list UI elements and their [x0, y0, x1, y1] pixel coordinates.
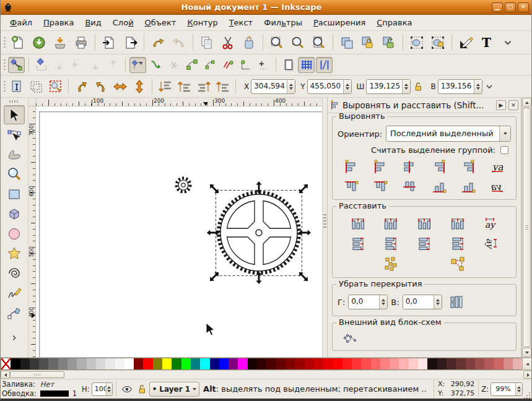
overlap-v-field[interactable]: 0,0 — [403, 295, 442, 309]
toolbar-overflow-chevron-icon[interactable] — [483, 78, 495, 95]
align-left-edges-button[interactable] — [369, 158, 391, 176]
palette-swatch[interactable] — [20, 358, 30, 369]
scroll-down-button[interactable] — [522, 348, 531, 357]
horizontal-scrollbar-track[interactable] — [10, 371, 523, 379]
palette-swatch[interactable] — [219, 358, 229, 369]
zoom-selection-button[interactable] — [267, 33, 287, 52]
snap-object-midpoints-button[interactable] — [219, 57, 236, 73]
palette-swatch[interactable] — [30, 358, 39, 369]
distribute-bottom-edges-button[interactable] — [413, 235, 435, 252]
window-resize-grip[interactable] — [524, 391, 531, 399]
palette-swatch[interactable] — [181, 358, 191, 369]
palette-swatch[interactable] — [371, 358, 380, 369]
palette-swatch[interactable] — [200, 358, 209, 369]
palette-swatch[interactable] — [390, 358, 399, 369]
menu-object[interactable]: Объект — [139, 16, 182, 29]
lower-to-bottom-button[interactable] — [156, 78, 174, 95]
align-right-edges-button[interactable] — [428, 158, 450, 176]
panel-header[interactable]: Выровнять и расставить (Shift... ▶ ✕ — [328, 98, 521, 113]
selector-tool-button[interactable] — [4, 105, 25, 124]
canvas[interactable] — [36, 106, 322, 357]
zoom-drawing-button[interactable] — [288, 33, 308, 52]
select-all-button[interactable] — [8, 78, 26, 95]
palette-swatch[interactable] — [475, 358, 484, 369]
dock-splitter[interactable] — [322, 98, 328, 357]
snap-enable-button[interactable] — [8, 57, 25, 73]
palette-swatch[interactable] — [305, 358, 314, 369]
print-button[interactable] — [71, 33, 91, 52]
scroll-up-button[interactable] — [522, 98, 531, 107]
palette-swatch[interactable] — [409, 358, 418, 369]
rotate-ccw-button[interactable] — [72, 78, 90, 95]
spiral-tool-button[interactable] — [4, 264, 25, 283]
snap-path-intersections-button[interactable] — [165, 57, 182, 73]
flip-horizontal-button[interactable] — [111, 78, 129, 95]
star-tool-button[interactable] — [4, 244, 25, 263]
layer-visibility-eye-icon[interactable] — [120, 382, 134, 397]
palette-swatch[interactable] — [447, 358, 456, 369]
palette-swatch[interactable] — [248, 358, 257, 369]
raise-to-top-button[interactable] — [214, 78, 232, 95]
overlap-h-field[interactable]: 0,0 — [348, 295, 388, 309]
palette-swatch[interactable] — [143, 358, 152, 369]
toolbar-grip[interactable] — [4, 37, 6, 48]
scroll-right-button[interactable] — [523, 371, 532, 379]
pen-tool-button[interactable] — [4, 303, 25, 322]
treat-as-group-checkbox[interactable] — [500, 146, 508, 154]
menu-file[interactable]: Файл — [4, 16, 38, 29]
palette-swatch[interactable] — [418, 358, 427, 369]
distribute-text-vertical-button[interactable] — [479, 235, 502, 252]
open-button[interactable] — [29, 33, 49, 52]
vertical-ruler[interactable]: 700 600 500 400 — [28, 106, 36, 357]
box3d-tool-button[interactable] — [4, 204, 25, 223]
palette-swatch[interactable] — [427, 358, 437, 369]
palette-swatch[interactable] — [494, 358, 503, 369]
palette-swatch[interactable] — [87, 358, 96, 369]
distribute-left-edges-button[interactable] — [347, 215, 369, 233]
palette-swatch[interactable] — [437, 358, 447, 369]
palette-swatch[interactable] — [380, 358, 390, 369]
node-tool-button[interactable] — [4, 125, 25, 144]
close-button[interactable]: ✕ — [518, 2, 529, 12]
palette-swatch[interactable] — [276, 358, 286, 369]
snap-line-midpoints-button[interactable] — [201, 57, 218, 73]
ungroup-button[interactable] — [428, 33, 448, 52]
menu-path[interactable]: Контур — [181, 16, 223, 29]
palette-swatch[interactable] — [257, 358, 266, 369]
snap-bbox-corners-button[interactable] — [69, 57, 85, 73]
flip-vertical-button[interactable] — [130, 78, 148, 95]
palette-swatch[interactable] — [172, 358, 181, 369]
palette-swatch[interactable] — [266, 358, 276, 369]
palette-swatch[interactable] — [58, 358, 68, 369]
toolbox-grip[interactable] — [9, 100, 19, 103]
select-all-layers-button[interactable] — [27, 78, 45, 95]
palette-swatch[interactable] — [68, 358, 77, 369]
distribute-equal-gaps-horizontal-button[interactable] — [447, 215, 469, 233]
horizontal-scrollbar[interactable] — [1, 370, 532, 379]
save-button[interactable] — [50, 33, 70, 52]
vertical-scrollbar[interactable] — [521, 98, 531, 357]
align-bottom-edges-button[interactable] — [428, 178, 450, 196]
rotate-cw-button[interactable] — [92, 78, 110, 95]
palette-swatch[interactable] — [229, 358, 238, 369]
palette-swatch[interactable] — [11, 358, 20, 369]
flowchart-layout-button[interactable] — [339, 330, 361, 348]
snap-grid-button[interactable] — [298, 57, 315, 73]
arrange-network-button[interactable] — [447, 255, 469, 272]
maximize-button[interactable]: ▢ — [505, 2, 516, 12]
layer-lock-icon[interactable] — [134, 382, 149, 397]
duplicate-button[interactable] — [337, 33, 357, 52]
menu-edit[interactable]: Правка — [38, 16, 79, 29]
palette-swatch[interactable] — [134, 358, 143, 369]
large-gear-object[interactable] — [219, 192, 299, 273]
snap-bbox-edges-button[interactable] — [51, 57, 68, 73]
zoom-field[interactable]: 99% — [491, 382, 523, 396]
pencil-tool-button[interactable] — [4, 283, 25, 303]
palette-swatch[interactable] — [352, 358, 361, 369]
toolbar-grip[interactable] — [4, 81, 6, 92]
palette-swatch[interactable] — [115, 358, 124, 369]
undo-button[interactable] — [148, 33, 168, 52]
horizontal-scrollbar-thumb[interactable] — [10, 371, 64, 378]
rectangle-tool-button[interactable] — [4, 184, 25, 204]
align-top-to-bottom-anchor-button[interactable] — [340, 178, 362, 196]
